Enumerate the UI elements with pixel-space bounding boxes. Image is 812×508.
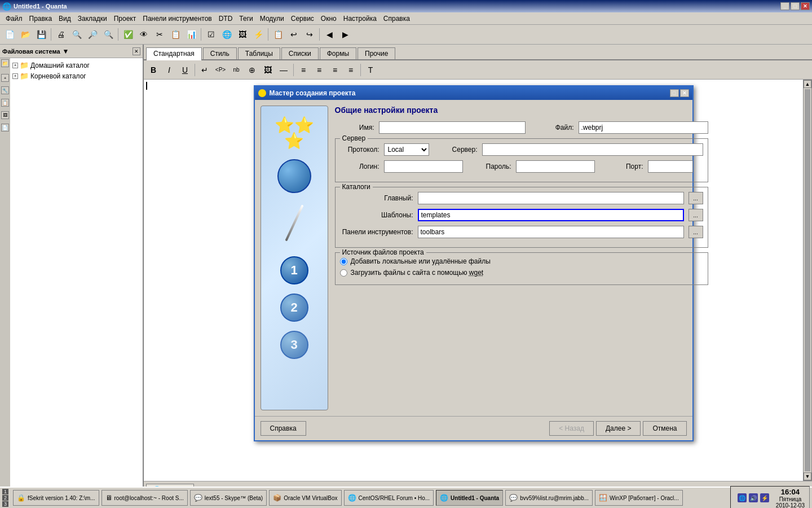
tb-undo[interactable]: ↩: [286, 27, 301, 42]
menu-service[interactable]: Сервис: [288, 14, 317, 24]
tb-cut[interactable]: ✂: [152, 27, 167, 42]
taskbar-item-jabber[interactable]: 💬 bvv59%list.ru@mrim.jabb...: [505, 490, 593, 506]
scroll-up-button[interactable]: ▲: [804, 80, 811, 88]
menu-modules[interactable]: Модули: [257, 14, 288, 24]
menu-project[interactable]: Проект: [111, 14, 140, 24]
tb-align-justify[interactable]: ≡: [343, 63, 358, 77]
sidebar-icon-4[interactable]: 📋: [1, 99, 9, 107]
tb-align-center[interactable]: ≡: [312, 63, 326, 77]
tb-next[interactable]: ▶: [338, 27, 352, 42]
minimize-button[interactable]: _: [780, 2, 789, 10]
menu-toolbars[interactable]: Панели инструментов: [139, 14, 215, 24]
tb-img[interactable]: 🖼: [261, 63, 275, 77]
dialog-title-controls[interactable]: □ ✕: [670, 89, 689, 97]
tb-image[interactable]: 🖼: [235, 27, 250, 42]
protocol-select[interactable]: Local FTP SFTP: [384, 143, 429, 156]
tb-flash[interactable]: ⚡: [251, 27, 266, 42]
tree-item-home[interactable]: + 📁 Домашний каталог: [12, 60, 140, 70]
radio-wget-input[interactable]: [340, 269, 347, 277]
taskbar-item-fsekrit[interactable]: 🔒 fSekrit version 1.40: Z:\m...: [13, 490, 99, 506]
templates-input[interactable]: [418, 209, 684, 221]
menu-settings[interactable]: Настройка: [340, 14, 380, 24]
tb-copy[interactable]: 📋: [168, 27, 183, 42]
sidebar-icon-6[interactable]: 📄: [1, 124, 9, 132]
name-input[interactable]: [379, 121, 526, 134]
tb-print[interactable]: 🖨: [54, 27, 68, 42]
tb-redo[interactable]: ↪: [302, 27, 317, 42]
menu-file[interactable]: Файл: [2, 14, 26, 24]
tab-style[interactable]: Стиль: [203, 47, 237, 59]
dropdown-arrow-icon[interactable]: ▼: [63, 47, 69, 55]
menu-dtd[interactable]: DTD: [215, 14, 236, 24]
server-input[interactable]: [482, 143, 703, 156]
editor-area[interactable]: Мастер создания проекта □ ✕: [144, 80, 803, 481]
tb-checkbox[interactable]: ☑: [204, 27, 218, 42]
tb-anchor[interactable]: ⊕: [245, 63, 259, 77]
expand-root-button[interactable]: +: [12, 73, 18, 79]
taskbar-item-virtualbox[interactable]: 📦 Oracle VM VirtualBox: [269, 490, 341, 506]
password-input[interactable]: [516, 160, 595, 173]
tb-nbsp[interactable]: nb: [229, 63, 244, 77]
tb-save[interactable]: 💾: [34, 27, 48, 42]
tb-bold[interactable]: B: [146, 63, 161, 77]
tb-preview[interactable]: 👁: [136, 27, 151, 42]
tb-align-right[interactable]: ≡: [328, 63, 342, 77]
menu-view[interactable]: Вид: [55, 14, 74, 24]
login-input[interactable]: [384, 160, 463, 173]
tb-italic[interactable]: I: [162, 63, 176, 77]
menu-window[interactable]: Окно: [317, 14, 340, 24]
tab-lists[interactable]: Списки: [281, 47, 319, 59]
cancel-button[interactable]: Отмена: [643, 421, 686, 436]
taskbar-item-winxp[interactable]: 🪟 WinXP [Работает] - Oracl...: [595, 490, 683, 506]
sidebar-icon-5[interactable]: 🖼: [1, 111, 9, 119]
title-bar-controls[interactable]: _ □ ✕: [780, 2, 810, 10]
tb-hr[interactable]: —: [276, 63, 291, 77]
menu-bookmarks[interactable]: Закладки: [74, 14, 111, 24]
sidebar-icon-1[interactable]: 📁: [1, 59, 9, 67]
templates-browse-button[interactable]: ...: [689, 209, 703, 221]
tb-print-preview[interactable]: 🔍: [69, 27, 84, 42]
dialog-restore-button[interactable]: □: [670, 89, 679, 97]
tb-underline[interactable]: U: [178, 63, 192, 77]
taskbar-item-skype[interactable]: 💬 lext55 - Skype™ (Beta): [190, 490, 267, 506]
menu-edit[interactable]: Правка: [26, 14, 56, 24]
tb-enter[interactable]: ↵: [197, 63, 212, 77]
tb-spreadsheet[interactable]: 📊: [184, 27, 198, 42]
next-button[interactable]: Далее >: [596, 421, 641, 436]
tb-prev[interactable]: ◀: [322, 27, 337, 42]
back-button[interactable]: < Назад: [549, 421, 594, 436]
tb-zoom-out[interactable]: 🔍: [101, 27, 116, 42]
expand-home-button[interactable]: +: [12, 63, 18, 68]
tb-new[interactable]: 📄: [2, 27, 17, 42]
tab-standard[interactable]: Стандартная: [146, 47, 202, 60]
menu-help[interactable]: Справка: [380, 14, 413, 24]
scroll-down-button[interactable]: ▼: [804, 472, 811, 480]
radio-local-input[interactable]: [340, 258, 347, 265]
taskbar-item-terminal[interactable]: 🖥 root@localhost:~ - Root S...: [102, 490, 188, 506]
main-dir-input[interactable]: [418, 192, 684, 204]
sidebar-close-button[interactable]: ✕: [133, 47, 140, 55]
tb-globe[interactable]: 🌐: [219, 27, 234, 42]
tb-text[interactable]: T: [363, 63, 378, 77]
toolbars-browse-button[interactable]: ...: [689, 226, 703, 238]
maximize-button[interactable]: □: [791, 2, 800, 10]
tree-item-root[interactable]: + 📁 Корневой каталог: [12, 71, 140, 81]
main-dir-browse-button[interactable]: ...: [689, 192, 703, 204]
taskbar-item-quanta[interactable]: 🌐 Untitled1 - Quanta: [436, 490, 503, 506]
dialog-close-button[interactable]: ✕: [680, 89, 689, 97]
port-input[interactable]: [648, 160, 693, 173]
scroll-thumb[interactable]: [805, 89, 810, 471]
close-button[interactable]: ✕: [801, 2, 810, 10]
tb-zoom-in[interactable]: 🔎: [85, 27, 100, 42]
taskbar-item-forum[interactable]: 🌐 CentOS/RHEL Forum • Но...: [344, 490, 434, 506]
sidebar-icon-2[interactable]: +: [1, 74, 9, 82]
tb-align-left[interactable]: ≡: [296, 63, 311, 77]
help-button[interactable]: Справка: [261, 421, 306, 436]
file-input[interactable]: [579, 121, 708, 134]
sidebar-icon-3[interactable]: 🔧: [1, 86, 9, 94]
tb-validate[interactable]: ✅: [121, 27, 135, 42]
editor-scrollbar-v[interactable]: ▲ ▼: [803, 80, 812, 481]
toolbars-input[interactable]: [418, 226, 684, 238]
tab-forms[interactable]: Формы: [320, 47, 356, 59]
tab-other[interactable]: Прочие: [358, 47, 395, 59]
